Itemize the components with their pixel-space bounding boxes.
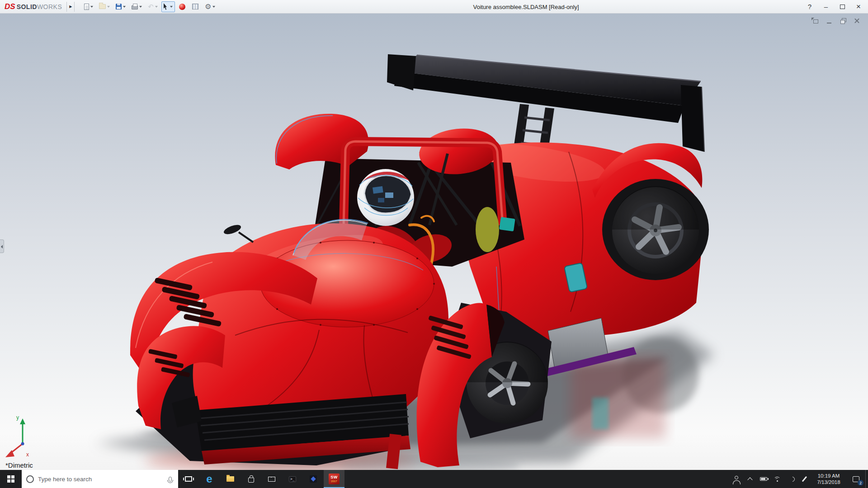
show-desktop-button[interactable] xyxy=(865,470,868,488)
titlebar: DS SOLID WORKS Voiture assomblee.SLDASM … xyxy=(0,0,868,14)
cube-app-icon xyxy=(310,475,317,483)
design-table-button[interactable] xyxy=(189,1,201,12)
undo-button[interactable] xyxy=(146,1,160,12)
new-document-button[interactable] xyxy=(82,1,95,12)
terminal-button[interactable] xyxy=(282,470,303,488)
task-view-button[interactable] xyxy=(178,470,199,488)
mail-button[interactable] xyxy=(261,470,282,488)
dropdown-arrow-icon[interactable] xyxy=(90,6,93,8)
wifi-icon xyxy=(774,477,781,482)
appearance-sphere-icon xyxy=(179,4,185,10)
design-table-icon xyxy=(192,4,198,9)
open-button[interactable] xyxy=(97,1,112,12)
document-window-controls xyxy=(811,18,861,24)
action-center-button[interactable]: 2 xyxy=(846,470,865,488)
microphone-icon[interactable] xyxy=(169,477,172,482)
system-tray: 10:19 AM 7/13/2018 2 xyxy=(730,470,868,488)
cube-app-button[interactable] xyxy=(303,470,324,488)
edge-button[interactable] xyxy=(199,470,220,488)
start-button[interactable] xyxy=(0,470,22,488)
save-floppy-icon xyxy=(116,4,122,9)
hidden-icons-button[interactable] xyxy=(743,470,757,488)
solidworks-app-icon: SW 2017 xyxy=(329,474,340,484)
gear-icon xyxy=(205,3,211,11)
dropdown-arrow-icon[interactable] xyxy=(170,6,173,8)
dropdown-arrow-icon[interactable] xyxy=(107,6,110,8)
close-button[interactable]: × xyxy=(855,3,862,10)
maximize-button[interactable] xyxy=(839,3,845,10)
speaker-icon xyxy=(787,476,794,482)
dropdown-arrow-icon[interactable] xyxy=(212,6,215,8)
open-folder-icon xyxy=(99,4,106,9)
save-button[interactable] xyxy=(113,1,128,12)
new-document-icon xyxy=(84,4,89,10)
task-view-icon xyxy=(185,476,192,482)
ds-logo-mark: DS xyxy=(5,2,15,11)
windows-ink-button[interactable] xyxy=(797,470,811,488)
window-title: Voiture assomblee.SLDASM [Read-only] xyxy=(473,4,579,10)
maximize-icon xyxy=(840,5,845,9)
undo-arrow-icon xyxy=(148,3,154,11)
network-button[interactable] xyxy=(770,470,784,488)
cortana-icon[interactable] xyxy=(26,475,34,483)
edge-icon xyxy=(206,474,212,484)
solidworks-logo: DS SOLID WORKS xyxy=(5,2,62,11)
doc-minimize-icon[interactable] xyxy=(826,18,833,24)
print-icon xyxy=(132,5,138,9)
graphics-area[interactable]: x y *Dimetric xyxy=(0,14,868,470)
triad-y-label: y xyxy=(16,414,19,421)
minimize-button[interactable]: – xyxy=(823,3,829,10)
float-window-icon[interactable] xyxy=(811,18,819,24)
store-button[interactable] xyxy=(241,470,261,488)
volume-button[interactable] xyxy=(784,470,797,488)
clock-time: 10:19 AM xyxy=(818,473,840,479)
folder-icon xyxy=(226,476,234,482)
view-orientation-label: *Dimetric xyxy=(5,461,33,469)
feature-manager-collapse-handle[interactable] xyxy=(0,239,4,253)
appearance-button[interactable] xyxy=(176,1,188,12)
doc-close-icon[interactable] xyxy=(854,18,861,24)
file-explorer-button[interactable] xyxy=(220,470,241,488)
clock-date: 7/13/2018 xyxy=(817,479,840,485)
solidworks-taskbar-button[interactable]: SW 2017 xyxy=(324,470,344,488)
store-bag-icon xyxy=(248,478,254,483)
search-input[interactable] xyxy=(38,476,165,483)
taskbar-clock[interactable]: 10:19 AM 7/13/2018 xyxy=(811,470,846,488)
windows-logo-icon xyxy=(7,475,14,483)
people-button[interactable] xyxy=(730,470,743,488)
rear-wheel xyxy=(612,186,699,274)
dropdown-arrow-icon[interactable] xyxy=(123,6,126,8)
chevron-up-icon xyxy=(747,477,752,482)
windows-taskbar: SW 2017 10:19 AM 7/13/2018 2 xyxy=(0,470,868,488)
help-button[interactable]: ? xyxy=(807,3,813,10)
dropdown-arrow-icon[interactable] xyxy=(139,6,142,8)
options-button[interactable] xyxy=(203,1,217,12)
quick-access-toolbar xyxy=(82,1,217,12)
side-mirror xyxy=(222,223,253,242)
doc-restore-icon[interactable] xyxy=(840,18,847,24)
terminal-icon xyxy=(289,476,296,482)
person-icon xyxy=(735,476,738,479)
mail-envelope-icon xyxy=(268,477,275,482)
select-tool-button[interactable] xyxy=(161,1,175,12)
notification-badge: 2 xyxy=(858,480,863,486)
triad-x-label: x xyxy=(26,451,29,458)
orientation-triad: x y xyxy=(5,414,29,458)
window-controls: ? – × xyxy=(807,3,868,10)
print-button[interactable] xyxy=(129,1,144,12)
menu-flyout-arrow[interactable] xyxy=(66,2,75,12)
battery-button[interactable] xyxy=(757,470,770,488)
battery-icon xyxy=(760,477,767,481)
taskbar-search-box[interactable] xyxy=(22,470,178,488)
car-3d-model[interactable]: x y xyxy=(0,14,868,470)
select-cursor-icon xyxy=(164,3,169,10)
dropdown-arrow-icon[interactable] xyxy=(155,6,158,8)
pen-icon xyxy=(802,476,807,482)
